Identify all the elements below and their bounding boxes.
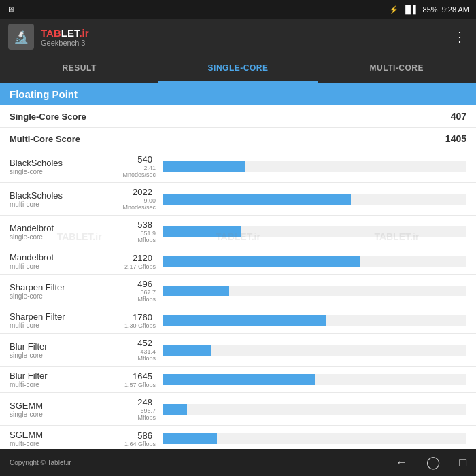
bench-name: SGEMM [10, 401, 115, 411]
bench-score: 2120 [122, 253, 152, 263]
multi-core-label: Multi-Core Score [10, 134, 80, 144]
clock: 9:28 AM [442, 5, 469, 14]
bench-name: SGEMM [10, 430, 115, 440]
app-title-block: TABLET.ir Geekbench 3 [41, 27, 446, 47]
bar [163, 315, 326, 326]
benchmark-row: Sharpen Filter multi-core 1760 1.30 Gflo… [0, 307, 476, 334]
bench-name: Blur Filter [10, 341, 115, 352]
bench-name: BlackScholes [10, 158, 115, 168]
benchmark-row: Mandelbrot multi-core 2120 2.17 Gflops [0, 248, 476, 275]
bench-info: SGEMM single-core [10, 401, 115, 418]
status-left: 🖥 [7, 5, 14, 14]
bench-type: single-core [10, 352, 115, 359]
home-button[interactable]: ◯ [426, 455, 440, 470]
bench-score: 1645 [122, 371, 152, 381]
bench-detail: 367.7 Mflops [122, 289, 156, 303]
nav-icons: ← ◯ □ [395, 455, 466, 470]
bench-type: single-core [10, 233, 115, 241]
bar-container [163, 194, 466, 205]
bench-name: Sharpen Filter [10, 282, 115, 292]
tab-bar: RESULT SINGLE-CORE MULTI-CORE [0, 54, 476, 83]
screen-icon: 🖥 [7, 5, 14, 14]
tab-result[interactable]: RESULT [0, 54, 158, 83]
bench-detail: 551.9 Mflops [122, 230, 156, 243]
benchmark-row: BlackScholes multi-core 2022 9.00 Mnodes… [0, 183, 476, 216]
benchmark-row: Blur Filter multi-core 1645 1.57 Gflops [0, 367, 476, 393]
bench-name: Mandelbrot [10, 252, 115, 262]
bench-detail: 696.7 Mflops [122, 407, 156, 421]
bar [163, 345, 211, 356]
logo-icon: 🔬 [14, 29, 29, 44]
status-right: ⚡ ▐▌▌ 85% 9:28 AM [389, 5, 469, 14]
benchmark-row: Sharpen Filter single-core 496 367.7 Mfl… [0, 275, 476, 307]
benchmark-row: Blur Filter single-core 452 431.4 Mflops [0, 334, 476, 367]
benchmark-list: BlackScholes single-core 540 2.41 Mnodes… [0, 150, 476, 449]
bar [163, 194, 351, 205]
bench-detail: 2.17 Gflops [122, 263, 156, 270]
bar-container [163, 226, 466, 237]
overflow-menu-button[interactable]: ⋮ [453, 29, 468, 45]
bar-container [163, 404, 466, 415]
bench-info: BlackScholes single-core [10, 158, 115, 175]
recents-button[interactable]: □ [459, 456, 466, 470]
bench-score: 538 [122, 220, 152, 230]
section-header: Floating Point [0, 83, 476, 105]
benchmark-row: SGEMM multi-core 586 1.64 Gflops [0, 426, 476, 449]
single-core-label: Single-Core Score [10, 112, 86, 122]
bench-type: multi-core [10, 322, 115, 329]
bench-score: 452 [122, 338, 152, 348]
bench-score: 248 [122, 397, 152, 407]
bench-type: multi-core [10, 440, 115, 447]
bar [163, 404, 187, 415]
bench-info: BlackScholes multi-core [10, 190, 115, 208]
back-button[interactable]: ← [395, 456, 407, 470]
tab-single-core[interactable]: SINGLE-CORE [158, 54, 317, 83]
bar [163, 286, 229, 296]
bench-score: 1760 [122, 312, 152, 322]
section-title: Floating Point [10, 88, 78, 100]
tab-multi-core[interactable]: MULTI-CORE [318, 54, 476, 83]
app-header: 🔬 TABLET.ir Geekbench 3 ⋮ [0, 19, 476, 54]
bench-detail: 1.57 Gflops [122, 381, 156, 388]
app-logo: 🔬 [8, 24, 34, 50]
bench-detail: 2.41 Mnodes/sec [122, 165, 156, 178]
copyright-text: Copyright © Tablet.ir [10, 459, 71, 466]
benchmark-row: BlackScholes single-core 540 2.41 Mnodes… [0, 150, 476, 183]
bottom-bar: Copyright © Tablet.ir ← ◯ □ [0, 449, 476, 476]
bar-container [163, 161, 466, 172]
bench-type: single-core [10, 411, 115, 418]
bench-name: Blur Filter [10, 371, 115, 381]
bench-info: Mandelbrot single-core [10, 223, 115, 241]
bench-info: SGEMM multi-core [10, 430, 115, 447]
bench-detail: 1.30 Gflops [122, 322, 156, 329]
signal-bars: ▐▌▌ [403, 5, 418, 14]
bar-container [163, 374, 466, 385]
bench-info: Sharpen Filter multi-core [10, 311, 115, 329]
bar [163, 226, 241, 237]
bench-name: Sharpen Filter [10, 311, 115, 322]
benchmark-row: SGEMM single-core 248 696.7 Mflops [0, 393, 476, 426]
bench-type: single-core [10, 292, 115, 300]
bar [163, 161, 245, 172]
status-bar: 🖥 ⚡ ▐▌▌ 85% 9:28 AM [0, 0, 476, 19]
bench-info: Blur Filter single-core [10, 341, 115, 359]
multi-core-value: 1405 [445, 133, 466, 144]
single-core-value: 407 [451, 111, 466, 122]
bench-detail: 431.4 Mflops [122, 348, 156, 362]
single-core-score-row: Single-Core Score 407 [0, 105, 476, 128]
bar-container [163, 345, 466, 356]
benchmark-row: Mandelbrot single-core 538 551.9 Mflops [0, 216, 476, 248]
bench-type: single-core [10, 168, 115, 175]
bar [163, 256, 360, 267]
bench-type: multi-core [10, 381, 115, 388]
battery-level: 85% [423, 5, 438, 14]
bench-score: 496 [122, 279, 152, 289]
bench-type: multi-core [10, 201, 115, 208]
main-content: Floating Point Single-Core Score 407 Mul… [0, 83, 476, 449]
bluetooth-icon: ⚡ [389, 5, 398, 14]
bench-name: Mandelbrot [10, 223, 115, 233]
bench-score: 2022 [122, 187, 152, 197]
bench-detail: 1.64 Gflops [122, 441, 156, 447]
multi-core-score-row: Multi-Core Score 1405 [0, 128, 476, 150]
bar [163, 433, 217, 444]
